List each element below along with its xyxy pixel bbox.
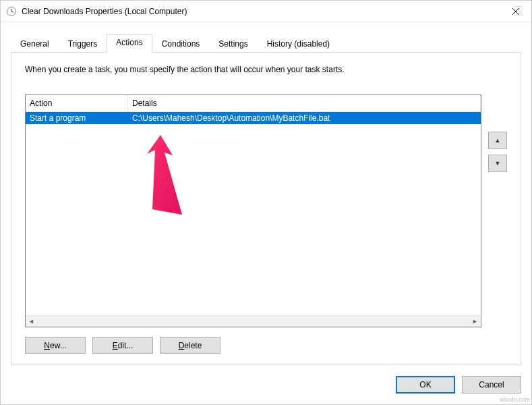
titlebar: Clear Downloads Properties (Local Comput… <box>1 1 531 22</box>
move-buttons: ▲ ▼ <box>488 94 507 327</box>
tab-settings[interactable]: Settings <box>209 36 257 53</box>
task-scheduler-icon <box>6 6 17 17</box>
new-label-rest: ew... <box>50 341 67 350</box>
edit-label-rest: dit... <box>118 341 134 350</box>
delete-label-rest: elete <box>184 341 202 350</box>
action-buttons-row: New... Edit... Delete <box>25 337 507 354</box>
scroll-left-icon[interactable]: ◄ <box>26 316 37 327</box>
instruction-text: When you create a task, you must specify… <box>25 65 507 74</box>
scroll-right-icon[interactable]: ► <box>469 316 481 327</box>
delete-button[interactable]: Delete <box>160 337 220 354</box>
properties-window: Clear Downloads Properties (Local Comput… <box>0 0 532 405</box>
tab-triggers[interactable]: Triggers <box>59 36 107 53</box>
table-row[interactable]: Start a program C:\Users\Mahesh\Desktop\… <box>26 112 481 124</box>
table-header: Action Details <box>26 95 481 112</box>
tab-conditions[interactable]: Conditions <box>152 36 210 53</box>
dialog-buttons: OK Cancel <box>1 365 531 404</box>
actions-table: Action Details Start a program C:\Users\… <box>25 94 481 327</box>
move-up-button[interactable]: ▲ <box>488 132 507 149</box>
scroll-track[interactable] <box>37 316 469 327</box>
tab-actions[interactable]: Actions <box>107 34 152 53</box>
tab-general[interactable]: General <box>11 36 59 53</box>
column-header-action[interactable]: Action <box>26 95 128 111</box>
edit-button[interactable]: Edit... <box>92 337 153 354</box>
cancel-button[interactable]: Cancel <box>462 376 521 394</box>
new-button[interactable]: New... <box>25 337 86 354</box>
column-header-details[interactable]: Details <box>128 95 481 111</box>
tab-history[interactable]: History (disabled) <box>258 36 339 53</box>
table-body[interactable]: Start a program C:\Users\Mahesh\Desktop\… <box>26 112 481 315</box>
svg-point-3 <box>11 11 12 12</box>
close-button[interactable] <box>500 1 531 22</box>
row-details: C:\Users\Mahesh\Desktop\Automation\MyBat… <box>128 112 481 124</box>
horizontal-scrollbar[interactable]: ◄ ► <box>26 315 481 327</box>
row-action: Start a program <box>26 112 128 124</box>
table-area: Action Details Start a program C:\Users\… <box>25 94 507 327</box>
watermark: wsxdn.com <box>500 396 530 403</box>
tab-strip: General Triggers Actions Conditions Sett… <box>11 34 521 53</box>
content-area: General Triggers Actions Conditions Sett… <box>1 22 531 365</box>
move-down-button[interactable]: ▼ <box>488 155 507 172</box>
actions-panel: When you create a task, you must specify… <box>11 52 521 365</box>
window-title: Clear Downloads Properties (Local Comput… <box>22 7 500 16</box>
ok-button[interactable]: OK <box>396 376 455 394</box>
